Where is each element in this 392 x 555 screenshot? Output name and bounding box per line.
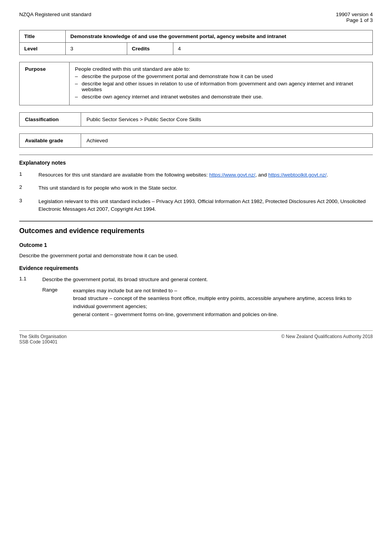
purpose-list: – describe the purpose of the government… bbox=[75, 73, 367, 100]
level-row: Level 3 Credits 4 bbox=[20, 43, 373, 55]
note-1-num: 1 bbox=[19, 171, 38, 177]
registered-unit-label: NZQA Registered unit standard bbox=[19, 12, 91, 17]
outcomes-divider bbox=[19, 221, 373, 222]
grade-table: Available grade Achieved bbox=[19, 133, 373, 148]
classification-row: Classification Public Sector Services > … bbox=[20, 113, 373, 127]
note-3: 3 Legislation relevant to this unit stan… bbox=[19, 198, 373, 213]
page-info: Page 1 of 3 bbox=[336, 17, 373, 23]
note-2: 2 This unit standard is for people who w… bbox=[19, 184, 373, 192]
explanatory-notes-title: Explanatory notes bbox=[19, 160, 373, 166]
dash-icon-2: – bbox=[75, 81, 78, 87]
purpose-content: People credited with this unit standard … bbox=[70, 62, 373, 105]
page-header: NZQA Registered unit standard 19907 vers… bbox=[19, 12, 373, 23]
range-block-1.1: Range examples may include but are not l… bbox=[42, 287, 373, 319]
purpose-item-1: – describe the purpose of the government… bbox=[75, 73, 367, 79]
evidence-heading: Evidence requirements bbox=[19, 265, 373, 271]
evidence-num-1.1: 1.1 bbox=[19, 276, 42, 282]
classification-value: Public Sector Services > Public Sector C… bbox=[81, 113, 373, 127]
section-divider-1 bbox=[19, 155, 373, 155]
purpose-table: Purpose People credited with this unit s… bbox=[19, 62, 373, 105]
outcomes-title: Outcomes and evidence requirements bbox=[19, 227, 373, 235]
range-label-1.1: Range bbox=[42, 287, 73, 319]
credits-label: Credits bbox=[127, 43, 173, 55]
page-footer: The Skills Organisation SSB Code 100401 … bbox=[19, 330, 373, 345]
note-1-link2[interactable]: https://webtoolkit.govt.nz/ bbox=[268, 172, 327, 178]
note-1-link1[interactable]: https://www.govt.nz/ bbox=[209, 172, 255, 178]
outcome1-heading: Outcome 1 bbox=[19, 242, 373, 248]
title-table: Title Demonstrate knowledge of and use t… bbox=[19, 30, 373, 55]
credits-value: 4 bbox=[173, 43, 373, 55]
title-label: Title bbox=[20, 30, 66, 43]
level-value: 3 bbox=[66, 43, 127, 55]
note-1: 1 Resources for this unit standard are a… bbox=[19, 171, 373, 179]
classification-label: Classification bbox=[20, 113, 81, 127]
purpose-item-1-text: describe the purpose of the government p… bbox=[82, 73, 273, 79]
purpose-item-2: – describe legal and other issues in rel… bbox=[75, 81, 367, 92]
purpose-item-2-text: describe legal and other issues in relat… bbox=[82, 81, 367, 92]
evidence-item-1.1: 1.1 Describe the government portal, its … bbox=[19, 276, 373, 319]
note-2-num: 2 bbox=[19, 184, 38, 190]
header-right: 19907 version 4 Page 1 of 3 bbox=[336, 12, 373, 23]
purpose-row: Purpose People credited with this unit s… bbox=[20, 62, 373, 105]
grade-value: Achieved bbox=[81, 134, 373, 148]
purpose-item-3-text: describe own agency internet and intrane… bbox=[82, 94, 263, 100]
version-info: 19907 version 4 bbox=[336, 12, 373, 17]
note-3-num: 3 bbox=[19, 198, 38, 203]
note-2-content: This unit standard is for people who wor… bbox=[38, 184, 373, 192]
dash-icon-3: – bbox=[75, 94, 78, 100]
note-1-text-before: Resources for this unit standard are ava… bbox=[38, 172, 209, 178]
evidence-content-1.1: Describe the government portal, its broa… bbox=[42, 276, 373, 319]
evidence-desc-1.1: Describe the government portal, its broa… bbox=[42, 276, 373, 283]
note-3-content: Legislation relevant to this unit standa… bbox=[38, 198, 373, 213]
purpose-intro: People credited with this unit standard … bbox=[75, 66, 367, 72]
grade-label: Available grade bbox=[20, 134, 81, 148]
note-1-text-after: . bbox=[327, 172, 328, 178]
footer-copyright: © New Zealand Qualifications Authority 2… bbox=[281, 334, 373, 345]
note-1-content: Resources for this unit standard are ava… bbox=[38, 171, 373, 179]
purpose-item-3: – describe own agency internet and intra… bbox=[75, 94, 367, 100]
footer-left: The Skills Organisation SSB Code 100401 bbox=[19, 334, 66, 345]
ssb-code: SSB Code 100401 bbox=[19, 339, 66, 345]
outcome1-desc: Describe the government portal and demon… bbox=[19, 252, 373, 260]
title-row: Title Demonstrate knowledge of and use t… bbox=[20, 30, 373, 43]
title-value: Demonstrate knowledge of and use the gov… bbox=[66, 30, 373, 43]
range-content-1.1: examples may include but are not limited… bbox=[73, 287, 373, 319]
purpose-label: Purpose bbox=[20, 62, 70, 105]
dash-icon-1: – bbox=[75, 73, 78, 79]
org-name: The Skills Organisation bbox=[19, 334, 66, 339]
note-1-link1-suffix: , and bbox=[255, 172, 268, 178]
level-label: Level bbox=[20, 43, 66, 55]
header-left: NZQA Registered unit standard bbox=[19, 12, 91, 17]
grade-row: Available grade Achieved bbox=[20, 134, 373, 148]
classification-table: Classification Public Sector Services > … bbox=[19, 112, 373, 127]
